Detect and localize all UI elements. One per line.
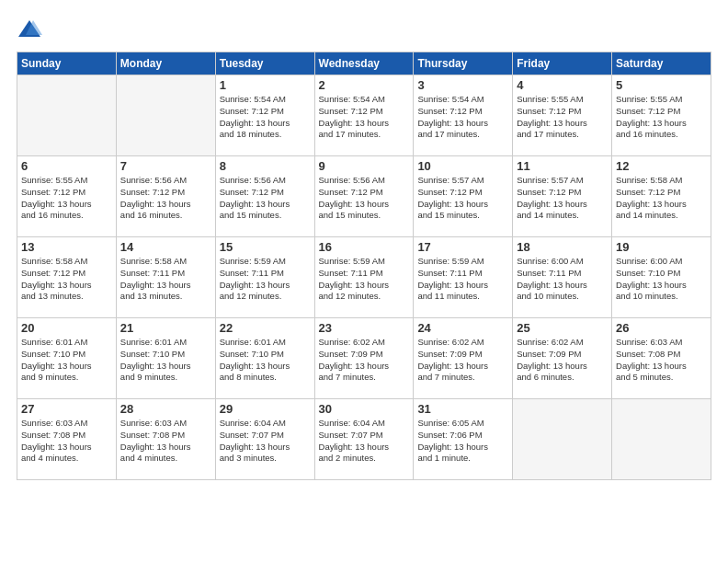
day-number: 16: [319, 240, 410, 254]
weekday-header-sunday: Sunday: [17, 52, 117, 75]
day-number: 25: [517, 321, 608, 335]
day-info: Sunrise: 5:58 AM Sunset: 7:11 PM Dayligh…: [120, 256, 211, 303]
calendar-cell: [513, 399, 612, 480]
day-number: 9: [319, 159, 410, 173]
calendar-cell: 12Sunrise: 5:58 AM Sunset: 7:12 PM Dayli…: [612, 156, 711, 237]
day-number: 23: [319, 321, 410, 335]
weekday-header-wednesday: Wednesday: [314, 52, 414, 75]
day-number: 29: [220, 402, 311, 416]
calendar-cell: 13Sunrise: 5:58 AM Sunset: 7:12 PM Dayli…: [17, 237, 117, 318]
logo: [17, 17, 44, 42]
day-info: Sunrise: 5:55 AM Sunset: 7:12 PM Dayligh…: [21, 175, 112, 222]
day-info: Sunrise: 6:02 AM Sunset: 7:09 PM Dayligh…: [319, 337, 410, 384]
calendar-cell: 7Sunrise: 5:56 AM Sunset: 7:12 PM Daylig…: [116, 156, 215, 237]
day-number: 30: [319, 402, 410, 416]
day-info: Sunrise: 6:00 AM Sunset: 7:10 PM Dayligh…: [616, 256, 707, 303]
calendar-week-1: 1Sunrise: 5:54 AM Sunset: 7:12 PM Daylig…: [17, 75, 711, 156]
calendar-cell: 26Sunrise: 6:03 AM Sunset: 7:08 PM Dayli…: [612, 318, 711, 399]
day-info: Sunrise: 5:59 AM Sunset: 7:11 PM Dayligh…: [417, 256, 508, 303]
calendar-cell: 18Sunrise: 6:00 AM Sunset: 7:11 PM Dayli…: [513, 237, 612, 318]
page: SundayMondayTuesdayWednesdayThursdayFrid…: [0, 0, 728, 563]
calendar-cell: 19Sunrise: 6:00 AM Sunset: 7:10 PM Dayli…: [612, 237, 711, 318]
calendar-cell: 21Sunrise: 6:01 AM Sunset: 7:10 PM Dayli…: [116, 318, 215, 399]
day-info: Sunrise: 6:03 AM Sunset: 7:08 PM Dayligh…: [120, 418, 211, 465]
day-info: Sunrise: 6:02 AM Sunset: 7:09 PM Dayligh…: [417, 337, 508, 384]
header: [17, 17, 711, 42]
day-number: 1: [220, 78, 311, 92]
calendar-cell: 31Sunrise: 6:05 AM Sunset: 7:06 PM Dayli…: [414, 399, 513, 480]
day-number: 4: [517, 78, 608, 92]
day-info: Sunrise: 5:56 AM Sunset: 7:12 PM Dayligh…: [220, 175, 311, 222]
day-number: 26: [616, 321, 707, 335]
day-info: Sunrise: 6:03 AM Sunset: 7:08 PM Dayligh…: [616, 337, 707, 384]
day-info: Sunrise: 5:57 AM Sunset: 7:12 PM Dayligh…: [517, 175, 608, 222]
day-number: 13: [21, 240, 112, 254]
calendar-cell: 2Sunrise: 5:54 AM Sunset: 7:12 PM Daylig…: [314, 75, 414, 156]
day-info: Sunrise: 6:05 AM Sunset: 7:06 PM Dayligh…: [417, 418, 508, 465]
calendar-cell: 16Sunrise: 5:59 AM Sunset: 7:11 PM Dayli…: [314, 237, 414, 318]
calendar-cell: 4Sunrise: 5:55 AM Sunset: 7:12 PM Daylig…: [513, 75, 612, 156]
day-number: 6: [21, 159, 112, 173]
calendar-cell: 17Sunrise: 5:59 AM Sunset: 7:11 PM Dayli…: [414, 237, 513, 318]
day-info: Sunrise: 6:04 AM Sunset: 7:07 PM Dayligh…: [220, 418, 311, 465]
day-info: Sunrise: 6:01 AM Sunset: 7:10 PM Dayligh…: [220, 337, 311, 384]
day-number: 17: [417, 240, 508, 254]
day-number: 15: [220, 240, 311, 254]
logo-icon: [17, 17, 42, 42]
day-info: Sunrise: 5:54 AM Sunset: 7:12 PM Dayligh…: [220, 94, 311, 141]
calendar-cell: 5Sunrise: 5:55 AM Sunset: 7:12 PM Daylig…: [612, 75, 711, 156]
day-info: Sunrise: 6:01 AM Sunset: 7:10 PM Dayligh…: [120, 337, 211, 384]
day-info: Sunrise: 5:54 AM Sunset: 7:12 PM Dayligh…: [319, 94, 410, 141]
calendar-week-3: 13Sunrise: 5:58 AM Sunset: 7:12 PM Dayli…: [17, 237, 711, 318]
day-info: Sunrise: 5:59 AM Sunset: 7:11 PM Dayligh…: [319, 256, 410, 303]
day-number: 28: [120, 402, 211, 416]
calendar-cell: 22Sunrise: 6:01 AM Sunset: 7:10 PM Dayli…: [215, 318, 314, 399]
day-info: Sunrise: 6:00 AM Sunset: 7:11 PM Dayligh…: [517, 256, 608, 303]
calendar-cell: 28Sunrise: 6:03 AM Sunset: 7:08 PM Dayli…: [116, 399, 215, 480]
calendar-cell: 10Sunrise: 5:57 AM Sunset: 7:12 PM Dayli…: [414, 156, 513, 237]
calendar-week-5: 27Sunrise: 6:03 AM Sunset: 7:08 PM Dayli…: [17, 399, 711, 480]
day-info: Sunrise: 5:58 AM Sunset: 7:12 PM Dayligh…: [616, 175, 707, 222]
day-info: Sunrise: 6:04 AM Sunset: 7:07 PM Dayligh…: [319, 418, 410, 465]
day-info: Sunrise: 6:01 AM Sunset: 7:10 PM Dayligh…: [21, 337, 112, 384]
day-info: Sunrise: 5:54 AM Sunset: 7:12 PM Dayligh…: [417, 94, 508, 141]
day-number: 7: [120, 159, 211, 173]
day-info: Sunrise: 6:03 AM Sunset: 7:08 PM Dayligh…: [21, 418, 112, 465]
day-number: 18: [517, 240, 608, 254]
day-number: 5: [616, 78, 707, 92]
calendar-cell: 20Sunrise: 6:01 AM Sunset: 7:10 PM Dayli…: [17, 318, 117, 399]
calendar-cell: 27Sunrise: 6:03 AM Sunset: 7:08 PM Dayli…: [17, 399, 117, 480]
day-number: 10: [417, 159, 508, 173]
calendar-cell: 24Sunrise: 6:02 AM Sunset: 7:09 PM Dayli…: [414, 318, 513, 399]
calendar-cell: [116, 75, 215, 156]
calendar-cell: 11Sunrise: 5:57 AM Sunset: 7:12 PM Dayli…: [513, 156, 612, 237]
day-number: 22: [220, 321, 311, 335]
calendar-cell: [612, 399, 711, 480]
calendar-cell: 30Sunrise: 6:04 AM Sunset: 7:07 PM Dayli…: [314, 399, 414, 480]
calendar-table: SundayMondayTuesdayWednesdayThursdayFrid…: [17, 52, 711, 480]
weekday-header-friday: Friday: [513, 52, 612, 75]
day-info: Sunrise: 5:56 AM Sunset: 7:12 PM Dayligh…: [319, 175, 410, 222]
weekday-header-monday: Monday: [116, 52, 215, 75]
day-number: 31: [417, 402, 508, 416]
day-number: 21: [120, 321, 211, 335]
day-number: 24: [417, 321, 508, 335]
calendar-cell: 1Sunrise: 5:54 AM Sunset: 7:12 PM Daylig…: [215, 75, 314, 156]
day-info: Sunrise: 5:56 AM Sunset: 7:12 PM Dayligh…: [120, 175, 211, 222]
day-number: 20: [21, 321, 112, 335]
calendar-cell: 3Sunrise: 5:54 AM Sunset: 7:12 PM Daylig…: [414, 75, 513, 156]
weekday-header-tuesday: Tuesday: [215, 52, 314, 75]
calendar-cell: [17, 75, 117, 156]
day-info: Sunrise: 5:55 AM Sunset: 7:12 PM Dayligh…: [616, 94, 707, 141]
day-info: Sunrise: 6:02 AM Sunset: 7:09 PM Dayligh…: [517, 337, 608, 384]
day-number: 2: [319, 78, 410, 92]
day-info: Sunrise: 5:55 AM Sunset: 7:12 PM Dayligh…: [517, 94, 608, 141]
calendar-cell: 14Sunrise: 5:58 AM Sunset: 7:11 PM Dayli…: [116, 237, 215, 318]
day-number: 14: [120, 240, 211, 254]
calendar-cell: 23Sunrise: 6:02 AM Sunset: 7:09 PM Dayli…: [314, 318, 414, 399]
day-number: 8: [220, 159, 311, 173]
weekday-header-saturday: Saturday: [612, 52, 711, 75]
calendar-cell: 9Sunrise: 5:56 AM Sunset: 7:12 PM Daylig…: [314, 156, 414, 237]
weekday-header-thursday: Thursday: [414, 52, 513, 75]
day-info: Sunrise: 5:58 AM Sunset: 7:12 PM Dayligh…: [21, 256, 112, 303]
